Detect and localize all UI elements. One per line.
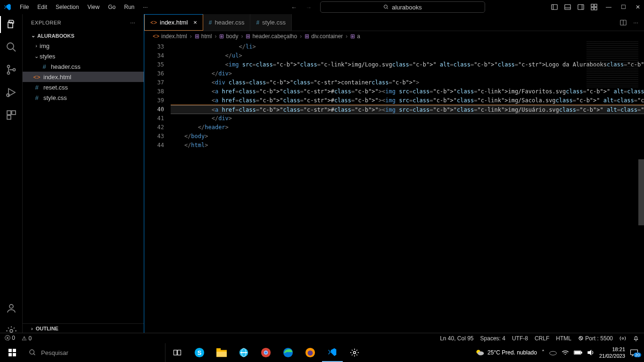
weather-widget[interactable]: 25°C Pred. nublado: [475, 348, 537, 357]
svg-rect-11: [594, 8, 597, 10]
vscode-taskbar-icon[interactable]: [322, 343, 343, 362]
run-debug-icon[interactable]: [5, 86, 18, 99]
settings-taskbar-icon[interactable]: [344, 343, 365, 362]
toggle-panel-left-icon[interactable]: [551, 4, 558, 10]
status-lang[interactable]: HTML: [556, 335, 571, 342]
outline-panel[interactable]: ›OUTLINE: [23, 323, 144, 333]
split-editor-icon[interactable]: [620, 19, 627, 26]
menu-file[interactable]: File: [16, 2, 33, 12]
nav-forward-icon[interactable]: →: [305, 4, 312, 11]
notifications-icon[interactable]: [630, 349, 638, 356]
search-label: alurabooks: [392, 4, 422, 11]
svg-text:S: S: [198, 349, 202, 356]
taskbar-search[interactable]: Pesquisar: [24, 343, 165, 362]
folder-styles[interactable]: ⌄styles: [23, 51, 144, 61]
status-errors[interactable]: ⓧ 0: [5, 334, 15, 342]
taskbar-right: 25°C Pred. nublado ˄ 18:21 21/02/2023: [475, 346, 642, 359]
account-icon[interactable]: [5, 302, 18, 315]
breadcrumb-icon: ⊞: [350, 33, 355, 40]
volume-icon[interactable]: [587, 349, 594, 356]
project-name[interactable]: ⌄ ALURABOOKS: [23, 31, 144, 41]
edge-icon[interactable]: [278, 343, 298, 362]
menu-go[interactable]: Go: [104, 2, 119, 12]
vertical-scrollbar[interactable]: [638, 159, 644, 225]
file-icon: #: [33, 84, 41, 91]
tab-index-html[interactable]: <>index.html×: [144, 14, 203, 31]
breadcrumb-seg[interactable]: ⊞body: [219, 33, 238, 40]
breadcrumb-icon: ⊞: [219, 33, 224, 40]
minimize-icon[interactable]: —: [606, 4, 611, 10]
file-icon: #: [41, 63, 48, 70]
code-content[interactable]: </li> </ul> <img src=class="c-b">"class=…: [171, 41, 644, 343]
chevron-icon: ›: [33, 43, 40, 49]
file-reset-css[interactable]: #reset.css: [23, 82, 144, 92]
tab-style-css[interactable]: #style.css: [250, 14, 292, 31]
breadcrumb-icon: <>: [153, 33, 159, 40]
file-icon: #: [256, 19, 259, 26]
file-index-html[interactable]: <>index.html: [23, 72, 144, 82]
file-style-css[interactable]: #style.css: [23, 92, 144, 103]
ie-icon[interactable]: [233, 343, 254, 362]
more-actions-icon[interactable]: ···: [633, 19, 638, 26]
window-controls: — ☐ ✕: [606, 4, 640, 10]
status-cursor[interactable]: Ln 40, Col 95: [440, 335, 473, 342]
task-view-icon[interactable]: [167, 343, 188, 362]
search-icon[interactable]: [5, 41, 18, 54]
folder-img[interactable]: ›img: [23, 41, 144, 51]
status-port[interactable]: 🛇 Port : 5500: [578, 335, 613, 342]
titlebar: File Edit Selection View Go Run ··· ← → …: [0, 0, 644, 14]
toggle-panel-right-icon[interactable]: [578, 4, 584, 10]
close-icon[interactable]: ✕: [636, 4, 640, 10]
file-header-css[interactable]: #header.css: [23, 61, 144, 72]
tab-header-css[interactable]: #header.css: [203, 14, 251, 31]
explorer-title: EXPLORER: [31, 20, 61, 25]
vscode-logo-icon: [4, 3, 11, 11]
code-area[interactable]: 333435363738394041424344 </li> </ul> <im…: [144, 41, 644, 343]
chrome-icon[interactable]: [256, 343, 276, 362]
start-button[interactable]: [2, 343, 23, 362]
menu-view[interactable]: View: [83, 2, 103, 12]
menu-run[interactable]: Run: [120, 2, 138, 12]
menu-more[interactable]: ···: [139, 2, 151, 12]
svg-rect-21: [7, 115, 11, 119]
status-radio-icon[interactable]: [619, 335, 626, 342]
source-control-icon[interactable]: [5, 63, 18, 76]
status-spaces[interactable]: Spaces: 4: [480, 335, 505, 342]
svg-point-16: [13, 69, 15, 71]
menu-selection[interactable]: Selection: [52, 2, 83, 12]
svg-point-0: [384, 5, 388, 8]
firefox-icon[interactable]: [300, 343, 321, 362]
extensions-icon[interactable]: [5, 108, 18, 122]
menu-edit[interactable]: Edit: [33, 2, 51, 12]
breadcrumb-seg[interactable]: ⊞div.container: [305, 33, 343, 40]
onedrive-icon[interactable]: [549, 350, 557, 355]
breadcrumb-seg[interactable]: ⊞header.cabeçalho: [246, 33, 297, 40]
file-explorer-icon[interactable]: [211, 343, 232, 362]
command-center[interactable]: alurabooks: [320, 1, 485, 13]
nav-back-icon[interactable]: ←: [291, 4, 297, 11]
svg-point-12: [7, 43, 14, 49]
svg-line-13: [13, 49, 16, 51]
skype-icon[interactable]: S: [189, 343, 210, 362]
status-encoding[interactable]: UTF-8: [512, 335, 528, 342]
svg-line-1: [387, 8, 388, 9]
close-tab-icon[interactable]: ×: [193, 19, 197, 26]
toggle-panel-bottom-icon[interactable]: [564, 4, 571, 10]
status-eol[interactable]: CRLF: [535, 335, 549, 342]
clock[interactable]: 18:21 21/02/2023: [599, 346, 625, 359]
tray-chevron-icon[interactable]: ˄: [542, 349, 545, 356]
maximize-icon[interactable]: ☐: [621, 4, 626, 10]
breadcrumb-seg[interactable]: ⊞html: [195, 33, 212, 40]
explorer-icon[interactable]: [5, 18, 18, 31]
explorer-sidebar: EXPLORER ··· ⌄ ALURABOOKS ›img⌄styles#he…: [23, 14, 144, 343]
wifi-icon[interactable]: [561, 349, 569, 356]
explorer-more-icon[interactable]: ···: [130, 20, 135, 25]
status-warnings[interactable]: ⚠ 0: [22, 335, 32, 342]
breadcrumb-seg[interactable]: ⊞a: [350, 33, 360, 40]
status-bell-icon[interactable]: [633, 335, 639, 342]
battery-icon[interactable]: [574, 350, 582, 355]
svg-point-23: [10, 329, 13, 332]
breadcrumb-seg[interactable]: <>index.html: [153, 33, 187, 40]
customize-layout-icon[interactable]: [591, 4, 597, 10]
breadcrumb[interactable]: <>index.html›⊞html›⊞body›⊞header.cabeçal…: [144, 31, 644, 41]
